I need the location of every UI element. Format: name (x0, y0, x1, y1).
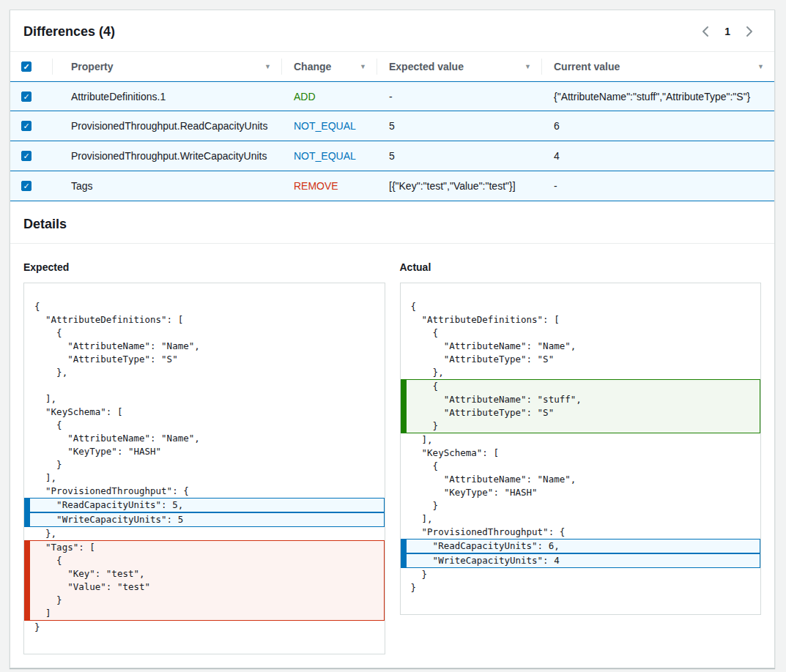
row-checkbox[interactable]: ✓ (21, 92, 31, 102)
row-checkbox[interactable]: ✓ (21, 181, 31, 191)
code-line: "ReadCapacityUnits": 6, (401, 540, 760, 553)
differences-title: Differences (4) (23, 24, 115, 40)
row-select-cell: ✓ (10, 141, 52, 171)
code-line: "KeySchema": [ (24, 406, 385, 419)
diff-mod-block: "WriteCapacityUnits": 4 (401, 553, 761, 568)
code-line: ], (24, 471, 385, 485)
details-header: Details (10, 201, 774, 244)
code-line: } (24, 594, 384, 607)
code-line: "AttributeDefinitions": [ (24, 313, 385, 326)
column-header-current-value[interactable]: Current value ▼ (541, 52, 774, 81)
actual-column: Actual { "AttributeDefinitions": [ { "At… (400, 244, 762, 615)
expected-code-panel: { "AttributeDefinitions": [ { "Attribute… (23, 283, 385, 654)
table-row[interactable]: ✓ProvisionedThroughput.WriteCapacityUnit… (10, 141, 774, 171)
code-line: "AttributeName": "Name", (24, 340, 385, 353)
current-value-cell: - (541, 171, 774, 201)
code-line: ], (24, 392, 385, 406)
card-header: Differences (4) 1 (10, 10, 774, 51)
current-value-cell: 6 (541, 111, 774, 141)
row-select-cell: ✓ (10, 111, 52, 141)
current-value-cell: 4 (541, 141, 774, 171)
change-cell: NOT_EQUAL (281, 111, 377, 141)
diff-mod-block: "ReadCapacityUnits": 6, (401, 539, 761, 553)
code-line: "WriteCapacityUnits": 4 (401, 554, 760, 567)
expected-value-cell: - (377, 82, 541, 111)
property-cell: Tags (52, 171, 281, 201)
code-line: "Key": "test", (24, 567, 384, 580)
select-all-checkbox[interactable]: ✓ (21, 61, 31, 72)
current-page-number[interactable]: 1 (720, 26, 735, 37)
column-label: Property (71, 61, 114, 72)
select-all-cell: ✓ (10, 52, 52, 81)
table-row[interactable]: ✓AttributeDefinitions.1ADD-{"AttributeNa… (10, 81, 774, 111)
checkbox-checked-icon: ✓ (23, 152, 29, 160)
change-cell: ADD (281, 82, 377, 111)
actual-code-panel: { "AttributeDefinitions": [ { "Attribute… (400, 283, 762, 615)
row-checkbox[interactable]: ✓ (21, 121, 31, 131)
code-line: { (401, 380, 760, 393)
code-line: ] (24, 607, 384, 620)
checkbox-checked-icon: ✓ (23, 92, 29, 101)
expected-value-cell: [{"Key":"test","Value":"test"}] (377, 171, 541, 201)
code-line: "Value": "test" (24, 580, 384, 594)
checkbox-checked-icon: ✓ (23, 122, 29, 130)
property-cell: ProvisionedThroughput.WriteCapacityUnits (52, 141, 281, 171)
filter-arrow-icon[interactable]: ▼ (524, 63, 531, 70)
checkbox-checked-icon: ✓ (23, 62, 29, 71)
code-line: "KeySchema": [ (401, 447, 761, 460)
code-line: "AttributeType": "S" (24, 353, 385, 366)
column-header-property[interactable]: Property ▼ (52, 52, 281, 81)
previous-page-button[interactable] (695, 23, 716, 40)
table-row[interactable]: ✓TagsREMOVE[{"Key":"test","Value":"test"… (10, 171, 774, 201)
expected-label: Expected (23, 261, 385, 273)
differences-card: Differences (4) 1 ✓ Property ▼ Change ▼ … (10, 10, 775, 668)
code-line: } (401, 581, 761, 594)
code-line: "ProvisionedThroughput": { (24, 485, 385, 498)
filter-arrow-icon[interactable]: ▼ (757, 63, 764, 70)
filter-arrow-icon[interactable]: ▼ (264, 63, 271, 70)
code-line: }, (24, 366, 385, 379)
chevron-right-icon (745, 26, 754, 37)
code-line (24, 379, 385, 392)
code-line: "KeyType": "HASH" (24, 445, 385, 458)
checkbox-checked-icon: ✓ (23, 182, 29, 190)
diff-mod-block: "WriteCapacityUnits": 5 (24, 512, 385, 527)
table-row[interactable]: ✓ProvisionedThroughput.ReadCapacityUnits… (10, 111, 774, 141)
table-header: ✓ Property ▼ Change ▼ Expected value ▼ C… (10, 51, 774, 81)
diff-removed-block: "Tags": [ { "Key": "test", "Value": "tes… (24, 540, 385, 621)
column-label: Expected value (389, 61, 464, 72)
column-label: Change (294, 61, 331, 72)
code-line: "AttributeName": "Name", (401, 473, 761, 486)
code-line: } (401, 499, 761, 512)
expected-value-cell: 5 (377, 141, 541, 171)
code-line: "AttributeName": "Name", (401, 340, 761, 353)
code-line: { (24, 554, 384, 567)
code-line: "AttributeName": "Name", (24, 432, 385, 445)
filter-arrow-icon[interactable]: ▼ (360, 63, 366, 70)
code-line: "ProvisionedThroughput": { (401, 526, 761, 539)
details-body: Expected { "AttributeDefinitions": [ { "… (10, 244, 774, 668)
column-header-change[interactable]: Change ▼ (281, 52, 377, 81)
row-checkbox[interactable]: ✓ (21, 151, 31, 161)
code-line: "Tags": [ (24, 541, 384, 554)
diff-added-block: { "AttributeName": "stuff", "AttributeTy… (401, 379, 761, 433)
code-line: "AttributeDefinitions": [ (401, 313, 761, 326)
code-line: { (24, 326, 385, 340)
code-line: "ReadCapacityUnits": 5, (24, 499, 384, 512)
code-line: } (401, 568, 761, 581)
diff-panels: Expected { "AttributeDefinitions": [ { "… (23, 244, 761, 654)
actual-label: Actual (400, 261, 762, 273)
code-line: { (401, 300, 761, 313)
next-page-button[interactable] (739, 23, 760, 40)
code-line: "WriteCapacityUnits": 5 (24, 513, 384, 526)
code-line: }, (24, 527, 385, 540)
pagination: 1 (695, 23, 760, 40)
code-line: "KeyType": "HASH" (401, 486, 761, 499)
column-header-expected-value[interactable]: Expected value ▼ (377, 52, 541, 81)
code-line: }, (401, 366, 761, 379)
code-line: "AttributeType": "S" (401, 406, 760, 419)
code-line: { (24, 419, 385, 432)
chevron-left-icon (701, 26, 710, 37)
code-line: { (401, 326, 761, 340)
code-line: } (24, 458, 385, 471)
